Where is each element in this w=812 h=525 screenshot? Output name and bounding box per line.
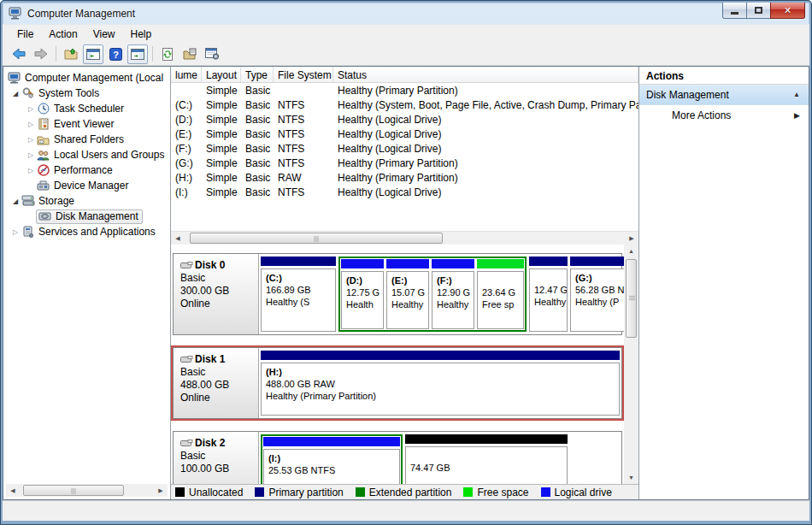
volume-row[interactable]: (D:) Simple Basic NTFS Healthy (Logical … [171,112,638,127]
action-pane-icon [131,49,144,60]
disk-2-label[interactable]: Disk 2 Basic 100.00 GB [174,432,259,484]
column-type[interactable]: Type [241,67,274,82]
volume-row[interactable]: (F:) Simple Basic NTFS Healthy (Logical … [171,141,638,156]
show-hide-action-pane-button[interactable] [127,44,148,64]
partition-color-bar [405,434,568,444]
close-icon: ✕ [784,6,791,15]
volume-row[interactable]: (H:) Simple Basic RAW Healthy (Primary P… [171,170,638,185]
partition-e[interactable]: (E:) 15.07 G Healthy [386,259,429,329]
actions-group-disk-management[interactable]: Disk Management ▲ [639,85,809,105]
partition-i[interactable]: (I:) 25.53 GB NTFS [263,437,400,484]
partition-d[interactable]: (D:) 12.75 G Health [341,259,384,329]
partition-c[interactable]: (C:) 166.89 GB Healthy (S [261,257,336,332]
collapsed-arrow-icon[interactable]: ▷ [26,121,36,128]
expanded-arrow-icon[interactable]: ◢ [10,198,21,205]
column-file-system[interactable]: File System [274,67,333,82]
column-volume[interactable]: lume [171,67,202,82]
cell-status: Healthy (Primary Partition) [333,170,638,185]
scrollbar-thumb[interactable] [23,485,124,496]
tree-item-performance[interactable]: ▷ Performance [3,162,170,178]
scroll-up-arrow-icon[interactable]: ▲ [625,245,638,257]
disk-status: Online [180,392,258,404]
volume-list-horizontal-scrollbar[interactable]: ◀ ▶ [171,231,638,245]
console-tree-panel: Computer Management (Local ◢ System Tool… [3,67,171,499]
tree-item-label: Performance [54,164,113,176]
tree-item-system-tools[interactable]: ◢ System Tools [3,86,170,101]
disk-name: Disk 1 [195,353,225,366]
disk-1-label[interactable]: Disk 1 Basic 488.00 GB Online [174,348,259,418]
scroll-right-arrow-icon[interactable]: ▶ [154,484,168,497]
column-status[interactable]: Status [333,67,638,82]
tree-item-storage[interactable]: ◢ Storage [3,193,170,209]
disk-drive-icon [180,262,193,269]
partition-color-bar [263,437,400,446]
column-layout[interactable]: Layout [202,67,241,82]
collapsed-arrow-icon[interactable]: ▷ [26,151,36,159]
tree-item-shared-folders[interactable]: ▷ 22 Shared Folders [3,132,170,147]
more-actions-item[interactable]: More Actions ▶ [639,105,809,126]
close-button[interactable]: ✕ [770,3,805,19]
partition-h[interactable]: (H:) 488.00 GB RAW Healthy (Primary Part… [261,351,620,416]
disk-kind: Basic [180,272,258,285]
tree-item-task-scheduler[interactable]: ▷ Task Scheduler [3,101,170,116]
collapsed-arrow-icon[interactable]: ▷ [10,228,21,236]
expanded-arrow-icon[interactable]: ◢ [10,90,21,97]
tree-horizontal-scrollbar[interactable]: ◀ ▶ [6,484,168,497]
scroll-left-arrow-icon[interactable]: ◀ [171,232,185,245]
cell-volume [171,83,202,97]
scroll-right-arrow-icon[interactable]: ▶ [625,232,638,245]
folder-up-icon [64,48,79,60]
refresh-button[interactable] [157,44,178,64]
volume-row[interactable]: (C:) Simple Basic NTFS Healthy (System, … [171,97,638,112]
collapsed-arrow-icon[interactable]: ▷ [26,167,36,174]
toolbar-separator [56,46,56,62]
graphical-vertical-scrollbar[interactable]: ▲ ▼ [624,245,638,484]
maximize-button[interactable] [746,3,771,19]
collapsed-arrow-icon[interactable]: ▷ [26,136,36,144]
system-tools-icon [21,87,35,100]
help-button[interactable]: ? [105,44,126,64]
menu-file[interactable]: File [9,26,41,43]
partition-g[interactable]: (G:) 56.28 GB N Healthy (P [570,257,624,332]
disk-0-label[interactable]: Disk 0 Basic 300.00 GB Online [174,254,259,334]
partition-color-bar [261,257,336,266]
forward-button[interactable] [31,44,51,64]
cell-fs: NTFS [274,97,333,112]
minimize-button[interactable] [722,3,747,19]
legend-unallocated: Unallocated [175,487,243,498]
menu-action[interactable]: Action [41,26,85,43]
scroll-left-arrow-icon[interactable]: ◀ [6,484,20,497]
partition-unlabeled[interactable]: 12.47 G Healthy [529,257,568,332]
partition-color-bar [570,257,624,266]
tree-item-local-users-and-groups[interactable]: ▷ Local Users and Groups [3,147,170,162]
scrollbar-thumb[interactable] [190,233,443,244]
free-space-partition[interactable]: 23.64 G Free sp [477,259,524,329]
partition-f[interactable]: (F:) 12.90 G Healthy [432,259,474,329]
tree-item-label: Device Manager [54,180,128,192]
properties-button[interactable] [179,44,200,64]
unallocated-partition[interactable]: 74.47 GB [405,434,568,484]
collapse-arrow-icon[interactable]: ▲ [793,91,800,98]
menu-view[interactable]: View [85,26,123,43]
tree-item-device-manager[interactable]: Device Manager [3,178,170,193]
tree-item-event-viewer[interactable]: ▷ Event Viewer [3,116,170,132]
tree-item-services-and-applications[interactable]: ▷ Services and Applications [3,224,170,239]
volume-row[interactable]: (E:) Simple Basic NTFS Healthy (Logical … [171,127,638,141]
collapsed-arrow-icon[interactable]: ▷ [26,105,36,113]
tree-item-disk-management[interactable]: Disk Management [3,209,170,224]
menu-help[interactable]: Help [123,26,160,43]
partition-legend: Unallocated Primary partition Extended p… [171,484,638,499]
manage-settings-button[interactable] [202,44,222,64]
computer-icon [7,72,21,85]
forward-icon [33,48,49,60]
volume-row[interactable]: Simple Basic Healthy (Primary Partition) [171,83,638,97]
volume-row[interactable]: (I:) Simple Basic NTFS Healthy (Logical … [171,185,638,199]
disk-drive-icon [180,356,193,363]
back-button[interactable] [9,44,29,64]
tree-item-computer-management[interactable]: Computer Management (Local [3,70,170,86]
up-one-level-button[interactable] [61,44,81,64]
volume-row[interactable]: (G:) Simple Basic NTFS Healthy (Primary … [171,156,638,170]
show-hide-console-tree-button[interactable] [83,44,103,64]
scrollbar-thumb[interactable] [626,259,637,338]
scroll-down-arrow-icon[interactable]: ▼ [625,471,638,484]
